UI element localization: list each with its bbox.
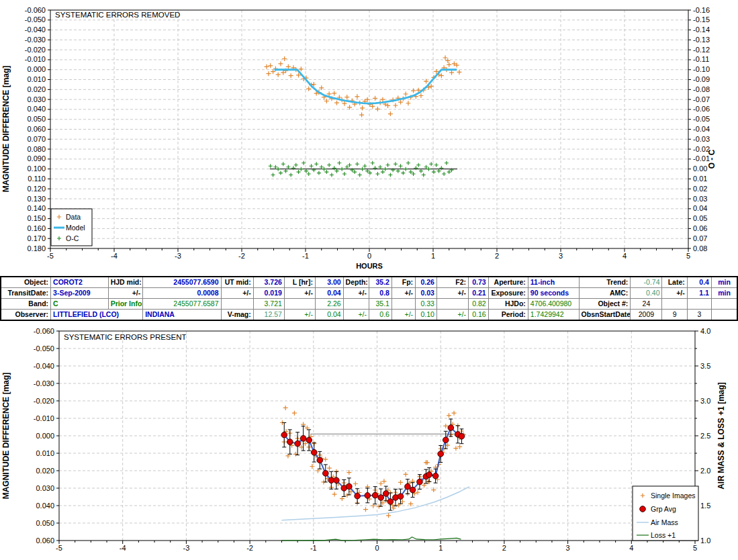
info-table-row: TransitDate:3-Sep-2009+/-0.0008+/-0.019+…: [1, 288, 737, 299]
info-cell: +/-: [284, 288, 315, 299]
svg-text:-0.07: -0.07: [693, 95, 710, 103]
info-cell: 0.21: [469, 288, 489, 299]
info-cell: ObsnStartDate:: [579, 310, 631, 321]
svg-text:0.020: 0.020: [27, 85, 46, 93]
svg-text:-0.020: -0.020: [25, 46, 46, 54]
svg-text:0.02: 0.02: [693, 185, 707, 193]
info-cell: +/-: [343, 310, 369, 321]
info-cell-empty: [662, 299, 687, 310]
svg-text:0.03: 0.03: [693, 195, 707, 203]
info-cell: 24: [631, 299, 662, 310]
info-cell: LITTLEFIELD (LCO): [51, 310, 143, 321]
info-cell: 2455077.6590: [143, 277, 221, 288]
info-cell: 2.26: [315, 299, 343, 310]
svg-text:-2: -2: [238, 252, 245, 260]
svg-text:0: 0: [367, 252, 371, 260]
svg-text:-1: -1: [302, 252, 309, 260]
info-cell: 0.16: [469, 310, 489, 321]
top-chart-title: SYSTEMATIC ERRORS REMOVED: [55, 11, 180, 19]
svg-text:0.000: 0.000: [27, 65, 46, 73]
info-cell: +/-: [436, 310, 468, 321]
info-cell: V-mag:: [221, 310, 253, 321]
info-cell: 12.57: [253, 310, 284, 321]
info-cell: Late:: [662, 277, 687, 288]
info-cell: 0.73: [469, 277, 489, 288]
svg-text:-0.040: -0.040: [34, 362, 54, 370]
svg-text:5: 5: [686, 252, 690, 260]
info-cell: HJD mid:: [108, 277, 143, 288]
svg-text:2: 2: [502, 544, 506, 552]
info-cell: 35.2: [369, 277, 391, 288]
svg-text:0.020: 0.020: [36, 467, 54, 475]
info-table-row: Observer:LITTLEFIELD (LCO)INDIANAV-mag:1…: [1, 310, 737, 321]
svg-text:0.170: 0.170: [27, 234, 46, 242]
info-cell: +/-: [391, 288, 415, 299]
svg-text:0.050: 0.050: [36, 519, 54, 527]
svg-text:Data: Data: [66, 213, 81, 221]
info-cell: 0.6: [369, 310, 391, 321]
bottom-y-right-label: AIR MASS & LOSS +1 [mag]: [717, 382, 726, 489]
info-cell: Trend:: [579, 277, 631, 288]
info-cell-empty: [711, 310, 737, 321]
info-cell: 0.4: [687, 277, 711, 288]
svg-text:4: 4: [622, 252, 627, 260]
svg-text:0.110: 0.110: [28, 175, 46, 183]
info-cell: min: [711, 277, 737, 288]
svg-text:-0.10: -0.10: [693, 65, 710, 73]
info-cell: Depth:: [343, 277, 369, 288]
svg-text:0.01: 0.01: [693, 175, 707, 183]
svg-text:-0.060: -0.060: [25, 6, 46, 14]
bottom-chart-title: SYSTEMATIC ERRORS PRESENT: [64, 333, 187, 341]
info-cell: F2:: [436, 277, 468, 288]
svg-text:0.030: 0.030: [27, 95, 46, 103]
info-cell: +/-: [391, 310, 415, 321]
info-cell: 1.7429942: [528, 310, 579, 321]
info-cell-empty: [284, 299, 315, 310]
bottom-legend: Single ImagesGrp AvgAir MassLoss +1: [633, 486, 698, 541]
svg-text:1: 1: [439, 544, 443, 552]
info-cell: 2009: [631, 310, 662, 321]
info-cell: AMC:: [579, 288, 631, 299]
svg-text:3: 3: [559, 252, 563, 260]
info-cell: 1.1: [687, 288, 711, 299]
svg-text:-0.15: -0.15: [693, 15, 710, 24]
x-axis: -5-4-3-2-1012345: [47, 248, 690, 260]
svg-text:-0.030: -0.030: [34, 379, 54, 387]
info-cell: Band:: [1, 299, 51, 310]
svg-text:0.120: 0.120: [27, 185, 46, 193]
svg-text:0.010: 0.010: [36, 449, 54, 457]
info-cell: HJDo:: [488, 299, 528, 310]
svg-text:0.080: 0.080: [27, 145, 46, 153]
info-cell: Observer:: [1, 310, 51, 321]
top-y-label: MAGNITUDE DIFFERENCE [mag]: [1, 66, 11, 193]
info-cell: 4706.400980: [528, 299, 579, 310]
svg-text:0.090: 0.090: [27, 154, 46, 162]
svg-text:-0.060: -0.060: [34, 327, 54, 335]
info-cell: -0.74: [631, 277, 662, 288]
svg-text:-0.05: -0.05: [693, 115, 710, 123]
transit-report-page: -5-4-3-2-1012345-0.060-0.050-0.040-0.030…: [0, 0, 738, 560]
svg-text:-5: -5: [56, 544, 62, 552]
info-cell: 3.00: [315, 277, 343, 288]
info-cell: 3-Sep-2009: [51, 288, 109, 299]
info-cell: Prior Info:: [108, 299, 143, 310]
info-cell-empty: [711, 299, 737, 310]
svg-text:0: 0: [375, 544, 379, 552]
info-table: Object:COROT2HJD mid:2455077.6590UT mid:…: [0, 276, 738, 321]
svg-text:-0.030: -0.030: [25, 36, 46, 44]
info-cell: 35.1: [369, 299, 391, 310]
top-legend: DataModelO-C: [51, 209, 92, 246]
svg-text:0.160: 0.160: [27, 224, 46, 232]
info-cell: 0.019: [253, 288, 284, 299]
info-cell: 3.721: [253, 299, 284, 310]
info-cell: L [hr]:: [284, 277, 315, 288]
info-cell: UT mid:: [221, 277, 253, 288]
svg-text:-0.06: -0.06: [693, 105, 710, 113]
info-cell-empty: [343, 299, 369, 310]
info-cell: 3: [687, 310, 711, 321]
info-cell: 3.726: [253, 277, 284, 288]
bottom-chart: -5-4-3-2-1012345-0.060-0.050-0.040-0.030…: [0, 326, 738, 560]
svg-text:0.050: 0.050: [27, 115, 46, 123]
svg-text:3.5: 3.5: [700, 362, 710, 370]
top-x-label: HOURS: [356, 262, 383, 270]
